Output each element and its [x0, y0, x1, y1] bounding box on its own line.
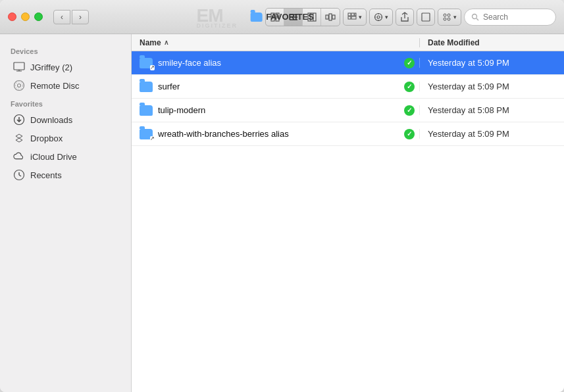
- file-date: Yesterday at 5:08 PM: [428, 105, 509, 115]
- back-button[interactable]: ‹: [53, 10, 70, 24]
- close-button[interactable]: [8, 12, 16, 21]
- jgriffey-label: JGriffey (2): [30, 62, 72, 72]
- recents-icon: [13, 169, 25, 181]
- file-row[interactable]: surfer ✓ Yesterday at 5:09 PM: [132, 75, 564, 99]
- file-name: smiley-face alias: [158, 58, 221, 68]
- file-row[interactable]: wreath-with-branches-berries alias ✓ Yes…: [132, 122, 564, 146]
- file-status: ✓: [399, 82, 419, 92]
- folder-icon: [140, 129, 153, 139]
- file-name: surfer: [158, 82, 180, 91]
- icloud-icon: [13, 151, 25, 162]
- file-status: ✓: [399, 58, 419, 68]
- traffic-lights: [8, 12, 43, 21]
- file-list-header: Name ∧ Date Modified: [132, 34, 564, 51]
- svg-point-27: [444, 18, 446, 20]
- svg-point-18: [375, 13, 382, 20]
- sync-status-icon: ✓: [404, 58, 415, 68]
- remote-disc-label: Remote Disc: [30, 81, 79, 91]
- file-status: ✓: [399, 129, 419, 139]
- file-name: tulip-modern: [158, 105, 205, 115]
- search-bar[interactable]: [464, 9, 556, 26]
- sidebar-item-remote-disc[interactable]: Remote Disc: [0, 76, 131, 95]
- disc-icon: [13, 80, 25, 91]
- sidebar-item-dropbox[interactable]: Dropbox: [0, 129, 131, 147]
- forward-button[interactable]: ›: [72, 10, 89, 24]
- svg-line-42: [19, 175, 21, 176]
- finder-window: ‹ › EM DIGITIZER FAVORITES: [0, 0, 564, 392]
- cover-flow-button[interactable]: [321, 9, 340, 26]
- maximize-button[interactable]: [34, 12, 43, 21]
- svg-rect-11: [329, 14, 332, 20]
- svg-rect-13: [348, 13, 351, 16]
- window-title-area: FAVORITES: [250, 12, 314, 22]
- svg-rect-24: [422, 13, 430, 21]
- search-input[interactable]: [483, 12, 549, 22]
- share-button[interactable]: [396, 9, 414, 26]
- file-row[interactable]: smiley-face alias ✓ Yesterday at 5:09 PM: [132, 51, 564, 75]
- file-cell-name: surfer: [132, 82, 399, 92]
- action-button[interactable]: ▾: [369, 9, 393, 26]
- sidebar-item-icloud[interactable]: iCloud Drive: [0, 147, 131, 166]
- file-cell-date: Yesterday at 5:09 PM: [419, 129, 564, 139]
- title-bar: ‹ › EM DIGITIZER FAVORITES: [0, 0, 564, 34]
- tag-button[interactable]: [417, 9, 435, 26]
- name-column-header[interactable]: Name ∧: [132, 38, 419, 47]
- sync-status-icon: ✓: [404, 105, 415, 116]
- arrange-dropdown[interactable]: ▾: [438, 9, 461, 26]
- svg-rect-31: [14, 62, 24, 70]
- sync-status-icon: ✓: [404, 129, 415, 139]
- em-digitizer-logo: EM DIGITIZER: [197, 5, 238, 29]
- file-cell-name: wreath-with-branches-berries alias: [132, 129, 399, 139]
- sidebar-item-downloads[interactable]: Downloads: [0, 110, 131, 129]
- gallery-view-dropdown[interactable]: ▾: [343, 9, 367, 26]
- file-cell-name: tulip-modern: [132, 105, 399, 116]
- file-date: Yesterday at 5:09 PM: [428, 82, 509, 91]
- svg-rect-15: [355, 13, 356, 16]
- svg-point-19: [377, 16, 380, 18]
- monitor-icon: [13, 61, 25, 73]
- folder-icon: [140, 105, 153, 116]
- favorites-section-label: Favorites: [0, 95, 131, 110]
- file-date: Yesterday at 5:09 PM: [428, 58, 509, 68]
- dropbox-icon: [13, 132, 25, 144]
- folder-icon: [140, 82, 153, 92]
- svg-line-30: [476, 18, 478, 20]
- svg-rect-12: [332, 15, 335, 19]
- search-icon: [471, 13, 479, 21]
- content-area: Devices JGriffey (2): [0, 34, 564, 392]
- window-title: FAVORITES: [266, 12, 314, 22]
- downloads-label: Downloads: [30, 115, 72, 125]
- minimize-button[interactable]: [21, 12, 30, 21]
- svg-point-28: [448, 18, 450, 20]
- svg-point-29: [473, 14, 477, 18]
- file-row[interactable]: tulip-modern ✓ Yesterday at 5:08 PM: [132, 99, 564, 122]
- downloads-icon: [13, 114, 25, 126]
- svg-rect-17: [351, 16, 356, 19]
- file-list: Name ∧ Date Modified smiley-face alias ✓…: [132, 34, 564, 392]
- sort-arrow: ∧: [164, 39, 168, 46]
- svg-marker-39: [16, 134, 22, 142]
- sidebar-item-recents[interactable]: Recents: [0, 166, 131, 184]
- devices-section-label: Devices: [0, 42, 131, 58]
- file-cell-date: Yesterday at 5:08 PM: [419, 105, 564, 115]
- file-name: wreath-with-branches-berries alias: [158, 129, 289, 139]
- svg-rect-16: [348, 16, 351, 19]
- file-cell-name: smiley-face alias: [132, 58, 399, 68]
- file-cell-date: Yesterday at 5:09 PM: [419, 58, 564, 68]
- icloud-label: iCloud Drive: [30, 152, 77, 162]
- sidebar: Devices JGriffey (2): [0, 34, 132, 392]
- file-cell-date: Yesterday at 5:09 PM: [419, 82, 564, 91]
- svg-rect-14: [351, 13, 354, 16]
- svg-point-26: [448, 14, 450, 16]
- title-folder-icon: [250, 12, 262, 22]
- dropbox-label: Dropbox: [30, 134, 63, 143]
- nav-buttons: ‹ ›: [53, 10, 89, 24]
- svg-rect-10: [326, 15, 328, 19]
- svg-point-25: [444, 14, 446, 16]
- sidebar-item-jgriffey[interactable]: JGriffey (2): [0, 58, 131, 76]
- file-date: Yesterday at 5:09 PM: [428, 129, 509, 139]
- sync-status-icon: ✓: [404, 82, 415, 92]
- file-rows-container: smiley-face alias ✓ Yesterday at 5:09 PM…: [132, 51, 564, 146]
- folder-icon: [140, 58, 153, 68]
- date-column-header[interactable]: Date Modified: [419, 38, 564, 47]
